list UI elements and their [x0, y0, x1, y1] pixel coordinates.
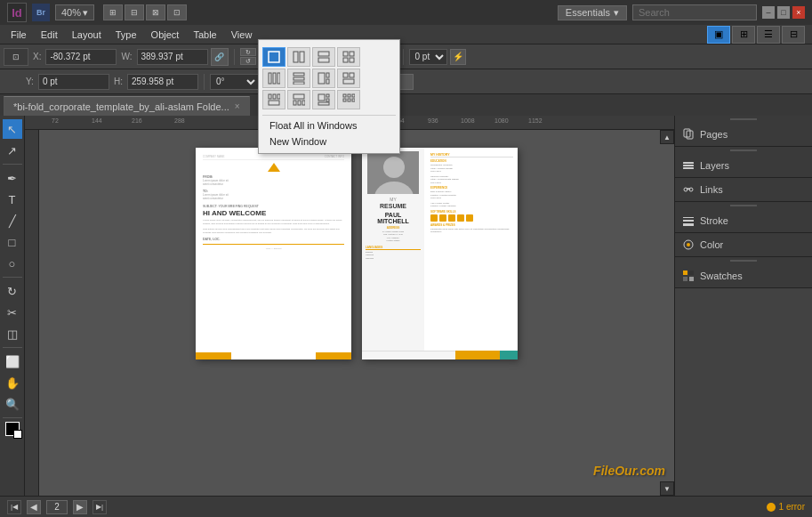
y-input[interactable]: [38, 74, 109, 90]
layout-btn-8[interactable]: [337, 69, 360, 88]
line-tool[interactable]: ╱: [3, 211, 22, 230]
svg-rect-41: [273, 94, 276, 99]
view-btn-4[interactable]: ⊡: [167, 4, 187, 20]
scissors-tool[interactable]: ✂: [3, 303, 22, 322]
layout-btn-9[interactable]: [262, 90, 285, 109]
panel-header-layers[interactable]: Layers: [675, 154, 812, 177]
h-input[interactable]: [127, 74, 198, 90]
svg-rect-10: [683, 217, 694, 218]
fill-color[interactable]: [5, 422, 20, 436]
layout-btn-6[interactable]: [287, 69, 310, 88]
page-first-button[interactable]: |◀: [7, 500, 21, 514]
bridge-logo[interactable]: Br: [32, 4, 50, 21]
new-window-item[interactable]: New Window: [259, 133, 399, 149]
panel-header-pages[interactable]: Pages: [675, 123, 812, 146]
subject-text: SUBJECT: YOUR BRIEFING REQUEST: [203, 205, 344, 208]
date-label: DATE, LOC.: [203, 238, 344, 241]
layout-btn-3[interactable]: [312, 47, 335, 67]
select-tool[interactable]: ↖: [3, 119, 22, 139]
app-logo: Id: [7, 3, 27, 22]
panel-header-color[interactable]: Color: [675, 233, 812, 256]
menu-view[interactable]: View: [224, 28, 260, 42]
svg-rect-16: [689, 271, 694, 275]
orange-left: [196, 352, 231, 359]
search-input[interactable]: [632, 4, 757, 20]
svg-point-1: [383, 157, 405, 178]
angle-select[interactable]: 0°: [210, 74, 259, 90]
layout-btn-2[interactable]: [287, 47, 310, 67]
scroll-up-button[interactable]: ▲: [660, 130, 674, 144]
layout-btn-5[interactable]: [262, 69, 285, 88]
layout-icon-4[interactable]: ⊟: [782, 26, 805, 44]
tab-close-button[interactable]: ×: [235, 101, 240, 111]
rotate-tool[interactable]: ↻: [3, 281, 22, 301]
rotate-ccw-icon[interactable]: ↺: [240, 57, 256, 65]
float-all-windows-item[interactable]: Float All in Windows: [259, 117, 399, 133]
w-input[interactable]: [137, 49, 208, 65]
type-tool[interactable]: T: [3, 190, 22, 209]
essentials-dropdown[interactable]: Essentials ▾: [558, 5, 627, 20]
menu-file[interactable]: File: [4, 28, 34, 42]
exp-1: Bold & Brand AgencyPosition: Creative Di…: [430, 190, 513, 200]
rotation-icons: ↻ ↺: [240, 48, 256, 65]
layout-btn-4[interactable]: [337, 47, 360, 67]
rect-tool[interactable]: □: [3, 232, 22, 252]
view-btn-1[interactable]: ⊞: [103, 4, 123, 20]
gradient-tool[interactable]: ◫: [3, 324, 22, 343]
panel-header-swatches[interactable]: Swatches: [675, 264, 812, 287]
layout-icon-2[interactable]: ⊞: [732, 26, 755, 44]
signature: John A. Bennett: [203, 247, 344, 250]
point-select[interactable]: 0 pt: [409, 49, 447, 65]
body-text-2: Quis autem vel eum iure reprehenderit qu…: [203, 228, 344, 235]
menu-layout[interactable]: Layout: [65, 28, 109, 42]
svg-rect-31: [293, 73, 304, 76]
ellipse-tool[interactable]: ○: [3, 254, 22, 273]
hand-tool[interactable]: ✋: [3, 373, 22, 392]
close-button[interactable]: ×: [792, 6, 805, 19]
svg-rect-25: [350, 52, 354, 56]
menu-type[interactable]: Type: [109, 28, 144, 42]
panel-section-layers: Layers: [675, 154, 812, 178]
canvas-content[interactable]: ▲ ▼ COMPANY NAME CONTACT INFO: [39, 130, 674, 496]
svg-rect-21: [300, 52, 304, 62]
lock-icon[interactable]: 🔗: [211, 48, 229, 66]
rotate-cw-icon[interactable]: ↻: [240, 48, 256, 56]
layout-btn-1[interactable]: [262, 47, 285, 67]
maximize-button[interactable]: □: [777, 6, 790, 19]
lightning-icon[interactable]: ⚡: [450, 49, 466, 65]
page-prev-button[interactable]: ◀: [27, 500, 41, 514]
view-btn-2[interactable]: ⊟: [125, 4, 144, 20]
minimize-button[interactable]: –: [762, 6, 775, 19]
layout-icon-1[interactable]: ▣: [707, 26, 730, 44]
view-btn-3[interactable]: ⊠: [146, 4, 165, 20]
panel-section-pages: Pages: [675, 123, 812, 147]
panel-header-stroke[interactable]: Stroke: [675, 209, 812, 232]
preview-mode-tool[interactable]: ⬜: [3, 351, 22, 371]
direct-select-tool[interactable]: ↗: [3, 141, 22, 160]
page-number-input[interactable]: [46, 500, 68, 514]
document-tab[interactable]: *bi-fold_corporate_template_by_ali-aslam…: [4, 96, 250, 116]
zoom-control[interactable]: 40% ▾: [55, 4, 94, 20]
menu-object[interactable]: Object: [144, 28, 187, 42]
page-next-button[interactable]: ▶: [73, 500, 87, 514]
svg-rect-43: [269, 101, 279, 105]
layout-btn-7[interactable]: [312, 69, 335, 88]
scroll-down-button[interactable]: ▼: [660, 481, 674, 496]
error-indicator[interactable]: 1 error: [767, 502, 805, 512]
page-right: MY RESUME PAULMITCHELL ADDRESS 41 Small …: [362, 148, 518, 359]
pen-tool[interactable]: ✒: [3, 168, 22, 188]
color-label: Color: [700, 239, 805, 250]
page-last-button[interactable]: ▶|: [92, 500, 107, 514]
svg-rect-6: [683, 165, 694, 166]
layout-btn-12[interactable]: [337, 90, 360, 109]
menu-table[interactable]: Table: [186, 28, 223, 42]
layout-btn-11[interactable]: [312, 90, 335, 109]
layout-icon-3[interactable]: ☰: [757, 26, 780, 44]
zoom-tool[interactable]: 🔍: [3, 394, 22, 414]
svg-rect-12: [683, 223, 694, 226]
layout-btn-10[interactable]: [287, 90, 310, 109]
menu-edit[interactable]: Edit: [34, 28, 65, 42]
stroke-color[interactable]: [13, 430, 22, 439]
x-input[interactable]: [45, 49, 117, 65]
panel-header-links[interactable]: Links: [675, 178, 812, 201]
